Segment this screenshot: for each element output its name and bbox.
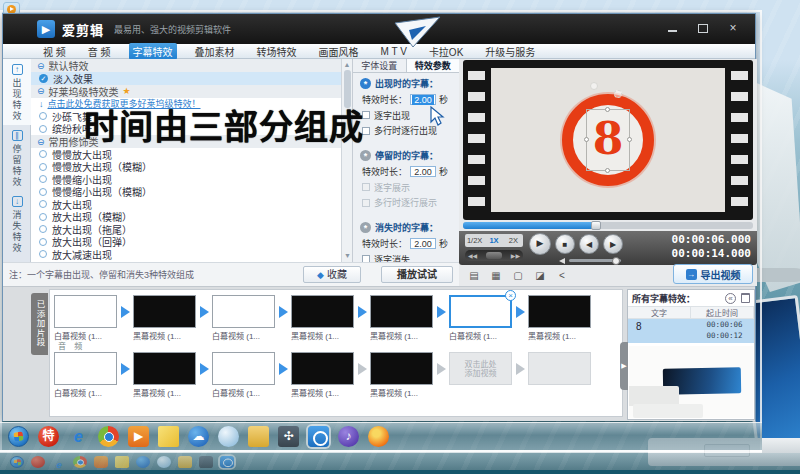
- toggle-panel-icon[interactable]: ◪: [533, 269, 547, 282]
- anchor-handle[interactable]: [614, 90, 622, 98]
- save-project-icon[interactable]: ▤: [467, 269, 481, 282]
- rail-tab-appear[interactable]: ↑ 出现特效: [3, 59, 31, 125]
- collapse-icon[interactable]: ⊖: [37, 137, 45, 147]
- speed-half[interactable]: 1/2X: [465, 234, 484, 247]
- close-button[interactable]: ×: [725, 21, 741, 35]
- share-icon[interactable]: <: [555, 269, 569, 282]
- volume-knob[interactable]: [612, 257, 620, 265]
- clip[interactable]: 黑幕视频 (1...: [133, 352, 196, 398]
- tab-audio[interactable]: 音 频: [84, 43, 115, 60]
- seek-knob[interactable]: [591, 221, 601, 230]
- outer-icon[interactable]: [178, 456, 192, 468]
- taskbar-icon-qq[interactable]: [218, 426, 239, 447]
- rotate-handle[interactable]: [590, 82, 598, 90]
- seek-bar[interactable]: [463, 222, 753, 229]
- tab-overlay-material[interactable]: 叠加素材: [191, 43, 239, 60]
- outer-start-button[interactable]: [10, 456, 24, 468]
- appear-duration-input[interactable]: 2.00: [410, 94, 436, 105]
- clip-selected[interactable]: × 白幕视频 (1...: [449, 295, 512, 341]
- outer-icon[interactable]: [136, 456, 150, 468]
- volume-control[interactable]: [559, 258, 629, 263]
- taskbar-icon-pinwheel[interactable]: ✣: [278, 426, 299, 447]
- resize-handle[interactable]: [627, 137, 632, 142]
- tab-effect-params[interactable]: 特效参数: [407, 59, 460, 72]
- taskbar-icon-media[interactable]: ♪: [338, 426, 359, 447]
- remove-clip-icon[interactable]: ×: [505, 290, 516, 301]
- open-project-icon[interactable]: ▦: [489, 269, 503, 282]
- checkbox-icon[interactable]: [362, 183, 370, 191]
- export-video-button[interactable]: → 导出视频: [673, 264, 753, 284]
- outer-icon[interactable]: [31, 456, 45, 468]
- effects-scrollbar[interactable]: ▲ ▼: [341, 59, 352, 262]
- video-screen[interactable]: 8: [491, 68, 725, 212]
- speed-2x[interactable]: 2X: [504, 234, 523, 247]
- outer-icon[interactable]: [220, 456, 234, 468]
- prev-frame-button[interactable]: ◀: [579, 234, 599, 254]
- taskbar-icon-weather[interactable]: ☁: [188, 426, 209, 447]
- clip[interactable]: 黑幕视频 (1...: [291, 295, 354, 341]
- collapse-icon[interactable]: ⊖: [37, 86, 45, 96]
- taskbar-icon-folder[interactable]: [248, 426, 269, 447]
- tab-subtitle-effects[interactable]: 字幕特效: [129, 43, 177, 60]
- add-video-placeholder[interactable]: 双击此处添加视频: [449, 352, 512, 385]
- next-frame-button[interactable]: ▶: [603, 234, 623, 254]
- taskbar-icon-aijianji-active[interactable]: [308, 426, 329, 447]
- added-clips-tab[interactable]: 已添加片段: [31, 293, 48, 355]
- clip[interactable]: 白幕视频 (1...: [54, 295, 117, 341]
- new-project-icon[interactable]: ▢: [511, 269, 525, 282]
- vanish-duration-input[interactable]: 2.00: [410, 238, 436, 249]
- resize-handle[interactable]: [584, 137, 589, 142]
- taskbar-icon-thunder[interactable]: 特: [38, 426, 59, 447]
- outer-icon[interactable]: e: [52, 456, 66, 468]
- jog-wheel[interactable]: ◀◀ ▶▶: [465, 250, 523, 261]
- outer-icon[interactable]: [94, 456, 108, 468]
- restore-button[interactable]: [695, 21, 711, 35]
- clip[interactable]: 黑幕视频 (1...: [528, 295, 591, 341]
- collapse-icon[interactable]: ⊖: [37, 61, 45, 71]
- play-button[interactable]: ▶: [529, 233, 551, 255]
- subtitle-row[interactable]: 8 00:00:06 00:00:12: [628, 319, 754, 343]
- rail-tab-vanish[interactable]: ↓ 消失特效: [3, 191, 31, 257]
- clip[interactable]: 白幕视频 (1...: [212, 352, 275, 398]
- taskbar-icon-firefox[interactable]: [368, 426, 389, 447]
- tab-font-settings[interactable]: 字体设置: [353, 59, 407, 72]
- rail-tab-stay[interactable]: ∥ 停留特效: [3, 125, 31, 191]
- outer-icon[interactable]: [115, 456, 129, 468]
- clip[interactable]: 黑幕视频 (1...: [291, 352, 354, 398]
- favorite-button[interactable]: ◆收藏: [303, 266, 361, 283]
- scroll-down-icon[interactable]: ▼: [343, 251, 352, 260]
- tab-transitions[interactable]: 转场特效: [253, 43, 301, 60]
- trash-icon[interactable]: [741, 293, 750, 303]
- outer-icon[interactable]: [73, 456, 87, 468]
- taskbar-icon-chrome[interactable]: [98, 426, 119, 447]
- start-button[interactable]: [8, 426, 29, 447]
- panel-collapse-handle[interactable]: ▶: [620, 342, 628, 390]
- scroll-up-icon[interactable]: ▲: [343, 60, 352, 69]
- clip[interactable]: 黑幕视频 (1...: [370, 352, 433, 398]
- resize-handle[interactable]: [605, 168, 610, 173]
- stop-button[interactable]: ■: [555, 234, 575, 254]
- volume-track[interactable]: [569, 259, 621, 262]
- preview-try-button[interactable]: 播放试试: [381, 266, 453, 283]
- tab-upgrade[interactable]: 升级与服务: [481, 43, 539, 60]
- taskbar-icon-ie[interactable]: e: [68, 426, 89, 447]
- checkbox-icon[interactable]: [362, 199, 370, 207]
- tab-picture-style[interactable]: 画面风格: [315, 43, 363, 60]
- clip[interactable]: 白幕视频 (1...: [54, 352, 117, 398]
- taskbar-icon-notes[interactable]: [158, 426, 179, 447]
- clip[interactable]: 黑幕视频 (1...: [133, 295, 196, 341]
- tab-video[interactable]: 视 频: [39, 43, 70, 60]
- jog-knob[interactable]: [486, 252, 502, 259]
- taskbar-icon-player[interactable]: ▶: [128, 426, 149, 447]
- clip[interactable]: 黑幕视频 (1...: [370, 295, 433, 341]
- stay-duration-input[interactable]: 2.00: [410, 166, 436, 177]
- outer-icon[interactable]: [157, 456, 171, 468]
- speed-1x[interactable]: 1X: [484, 234, 503, 247]
- refresh-icon[interactable]: «: [725, 293, 736, 304]
- stay-check1[interactable]: 逐字展示: [362, 181, 459, 194]
- stay-check2[interactable]: 多行时逐行展示: [362, 196, 459, 209]
- resize-handle[interactable]: [605, 107, 610, 112]
- minimize-button[interactable]: [665, 21, 681, 35]
- outer-icon[interactable]: [199, 456, 213, 468]
- clip[interactable]: 白幕视频 (1...: [212, 295, 275, 341]
